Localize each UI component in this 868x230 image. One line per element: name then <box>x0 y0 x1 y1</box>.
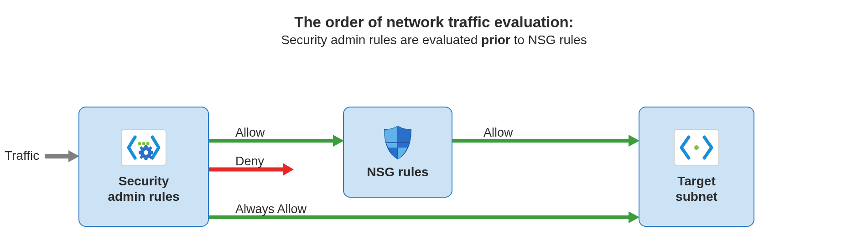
traffic-arrow <box>45 149 79 163</box>
target-label: Target subnet <box>676 174 717 204</box>
svg-marker-1 <box>68 150 79 162</box>
target-icon-container <box>674 129 719 166</box>
allow-label-1: Allow <box>235 126 265 140</box>
allow-arrow-2 <box>452 134 639 148</box>
svg-point-16 <box>694 145 699 150</box>
svg-point-5 <box>144 150 148 155</box>
vnet-gear-icon <box>126 133 161 162</box>
diagram-canvas: Traffic Security <box>0 47 868 230</box>
diagram-title: The order of network traffic evaluation: <box>0 14 868 31</box>
svg-marker-11 <box>629 211 639 223</box>
target-subnet-box: Target subnet <box>639 107 754 227</box>
vnet-icon <box>679 133 714 162</box>
nsg-rules-box: NSG rules <box>343 107 452 198</box>
traffic-label: Traffic <box>5 148 39 163</box>
svg-marker-7 <box>333 135 344 147</box>
shield-icon <box>382 124 414 161</box>
nsg-icon-container <box>382 124 414 161</box>
security-admin-icon-container <box>121 129 166 166</box>
deny-label: Deny <box>235 154 264 169</box>
security-admin-label: Security admin rules <box>108 174 179 204</box>
diagram-subtitle: Security admin rules are evaluated prior… <box>0 33 868 47</box>
security-admin-rules-box: Security admin rules <box>78 107 209 227</box>
svg-point-3 <box>142 142 146 145</box>
svg-point-2 <box>138 142 141 145</box>
svg-marker-15 <box>629 135 639 147</box>
svg-point-4 <box>146 142 150 145</box>
always-allow-label: Always Allow <box>235 202 307 216</box>
allow-arrow-1 <box>209 134 344 148</box>
allow-label-2: Allow <box>483 126 513 140</box>
header: The order of network traffic evaluation:… <box>0 0 868 47</box>
nsg-label: NSG rules <box>367 164 428 180</box>
svg-marker-9 <box>283 163 294 176</box>
